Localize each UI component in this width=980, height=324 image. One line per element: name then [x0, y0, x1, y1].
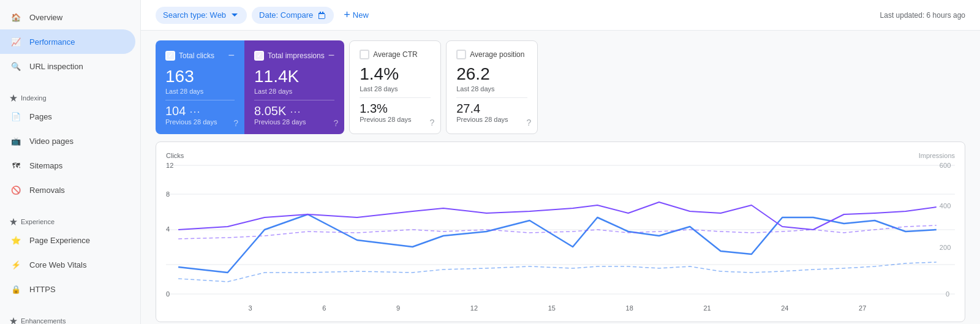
svg-text:400: 400 [940, 202, 951, 209]
sidebar-item-pages[interactable]: 📄 Pages [0, 104, 135, 129]
plus-icon: + [344, 9, 350, 21]
total-impressions-collapse[interactable]: − [328, 49, 335, 62]
sidebar-item-sitemaps[interactable]: 🗺 Sitemaps [0, 153, 135, 178]
removals-icon: 🚫 [10, 184, 22, 196]
sidebar-item-performance[interactable]: 📈 Performance [0, 29, 135, 54]
sitemaps-icon: 🗺 [10, 159, 22, 171]
svg-text:8: 8 [166, 190, 170, 198]
sidebar-item-https[interactable]: 🔒 HTTPS [0, 277, 135, 301]
sidebar-item-video-pages[interactable]: 📺 Video pages [0, 129, 135, 153]
https-icon: 🔒 [10, 283, 22, 295]
sidebar-item-core-web-vitals[interactable]: ⚡ Core Web Vitals [0, 252, 135, 277]
svg-text:4: 4 [166, 225, 170, 233]
indexing-section: Indexing [0, 88, 140, 104]
new-button[interactable]: + New [339, 5, 374, 25]
performance-chart: Clicks Impressions 12 8 4 0 600 400 200 [156, 141, 965, 322]
svg-text:200: 200 [940, 244, 951, 251]
svg-text:0: 0 [166, 290, 170, 298]
chart-x-labels: 3 6 9 12 15 18 21 24 27 [166, 302, 955, 314]
svg-text:600: 600 [940, 162, 951, 169]
avg-position-card: Average position 26.2 Last 28 days 27.4 … [446, 40, 538, 134]
page-experience-icon: ⭐ [10, 234, 22, 246]
total-impressions-checkbox[interactable]: ✓ [254, 51, 264, 61]
total-clicks-card: ✓ Total clicks − 163 Last 28 days 104 ⋯ … [156, 40, 244, 134]
avg-ctr-checkbox[interactable] [360, 50, 369, 59]
enhancements-section: Enhancements [0, 311, 140, 324]
search-icon: 🔍 [10, 60, 22, 72]
last-updated-label: Last updated: 6 hours ago [880, 11, 965, 20]
content-area: ✓ Total clicks − 163 Last 28 days 104 ⋯ … [141, 31, 980, 324]
x-label-spacer-right [937, 304, 955, 312]
trend-icon: 📈 [10, 36, 22, 48]
sidebar-item-overview[interactable]: 🏠 Overview [0, 5, 135, 29]
svg-text:0: 0 [946, 290, 949, 298]
svg-text:12: 12 [166, 162, 173, 169]
metric-cards: ✓ Total clicks − 163 Last 28 days 104 ⋯ … [156, 40, 965, 134]
video-icon: 📺 [10, 135, 22, 147]
sidebar-item-page-experience[interactable]: ⭐ Page Experience [0, 228, 135, 252]
total-clicks-menu[interactable]: ⋯ [189, 105, 200, 118]
total-impressions-card: ✓ Total impressions − 11.4K Last 28 days… [244, 40, 344, 134]
x-label-spacer [166, 304, 178, 312]
total-impressions-help[interactable]: ? [333, 118, 338, 128]
search-type-filter[interactable]: Search type: Web [156, 7, 247, 24]
main-content: Search type: Web Date: Compare + New Las… [141, 0, 980, 324]
core-web-vitals-icon: ⚡ [10, 258, 22, 271]
avg-ctr-card: Average CTR 1.4% Last 28 days 1.3% Previ… [349, 40, 441, 134]
chart-axis-labels: Clicks Impressions [166, 152, 955, 159]
avg-position-checkbox[interactable] [456, 50, 466, 59]
avg-position-help[interactable]: ? [526, 118, 531, 127]
avg-ctr-help[interactable]: ? [429, 118, 434, 127]
sidebar: 🏠 Overview 📈 Performance 🔍 URL inspectio… [0, 0, 141, 324]
pages-icon: 📄 [10, 110, 22, 122]
total-clicks-help[interactable]: ? [233, 118, 238, 128]
experience-section: Experience [0, 212, 140, 228]
home-icon: 🏠 [10, 11, 22, 23]
total-clicks-checkbox[interactable]: ✓ [165, 51, 175, 61]
sidebar-item-removals[interactable]: 🚫 Removals [0, 178, 135, 202]
total-clicks-collapse[interactable]: − [228, 49, 235, 62]
chart-svg: 12 8 4 0 600 400 200 0 [166, 159, 955, 300]
date-filter[interactable]: Date: Compare [252, 7, 334, 24]
topbar: Search type: Web Date: Compare + New Las… [141, 0, 980, 31]
total-impressions-menu[interactable]: ⋯ [290, 105, 301, 118]
sidebar-item-url-inspection[interactable]: 🔍 URL inspection [0, 54, 135, 78]
